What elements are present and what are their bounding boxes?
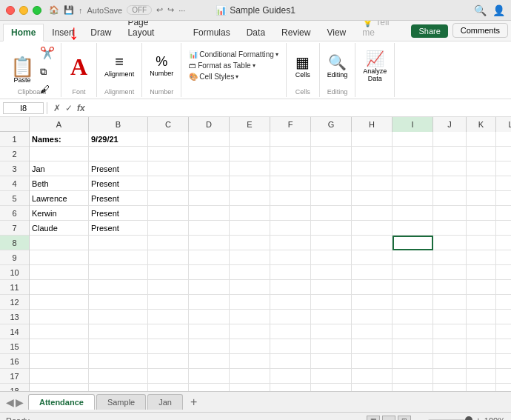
cell-E3[interactable] [230, 161, 270, 176]
cell-F14[interactable] [270, 324, 311, 339]
cell-B14[interactable] [89, 324, 148, 339]
cell-E16[interactable] [230, 354, 270, 369]
cell-B8[interactable] [89, 236, 148, 250]
number-button[interactable]: % Number [147, 52, 176, 79]
col-header-c[interactable]: C [148, 117, 189, 132]
cell-L3[interactable] [496, 161, 511, 176]
col-header-h[interactable]: H [352, 117, 393, 132]
col-header-b[interactable]: B [89, 117, 148, 132]
cell-G16[interactable] [311, 354, 352, 369]
cell-B12[interactable] [89, 295, 148, 310]
cell-I16[interactable] [393, 354, 433, 369]
cell-D11[interactable] [189, 280, 230, 295]
cell-D17[interactable] [189, 369, 230, 384]
cell-J3[interactable] [433, 161, 467, 176]
cell-K10[interactable] [467, 265, 496, 280]
cell-J12[interactable] [433, 295, 467, 310]
more-icon[interactable]: ··· [178, 6, 185, 15]
row-header-16[interactable]: 16 [0, 354, 29, 369]
cell-L2[interactable] [496, 147, 511, 161]
cell-D14[interactable] [189, 324, 230, 339]
cell-G18[interactable] [311, 384, 352, 391]
sheet-tab-sample[interactable]: Sample [96, 394, 146, 410]
cell-H8[interactable] [352, 236, 393, 250]
cell-J15[interactable] [433, 339, 467, 354]
cell-F12[interactable] [270, 295, 311, 310]
zoom-in-button[interactable]: + [475, 415, 481, 421]
cell-H6[interactable] [352, 206, 393, 221]
cell-C9[interactable] [148, 250, 189, 265]
col-header-k[interactable]: K [467, 117, 496, 132]
cell-J8[interactable] [433, 236, 467, 250]
cell-B13[interactable] [89, 310, 148, 324]
cell-J1[interactable] [433, 132, 467, 147]
cell-F1[interactable] [270, 132, 311, 147]
cell-G6[interactable] [311, 206, 352, 221]
confirm-formula-icon[interactable]: ✓ [65, 103, 73, 113]
cell-H10[interactable] [352, 265, 393, 280]
cell-D9[interactable] [189, 250, 230, 265]
zoom-out-button[interactable]: − [418, 415, 424, 421]
cell-F11[interactable] [270, 280, 311, 295]
maximize-button[interactable] [33, 6, 41, 15]
cell-I6[interactable] [393, 206, 433, 221]
cell-A2[interactable] [30, 147, 89, 161]
cell-F3[interactable] [270, 161, 311, 176]
cell-E15[interactable] [230, 339, 270, 354]
cell-L18[interactable] [496, 384, 511, 391]
cell-C1[interactable] [148, 132, 189, 147]
cell-J2[interactable] [433, 147, 467, 161]
cell-J9[interactable] [433, 250, 467, 265]
cell-I5[interactable] [393, 191, 433, 206]
cell-E1[interactable] [230, 132, 270, 147]
cell-I3[interactable] [393, 161, 433, 176]
cell-A13[interactable] [30, 310, 89, 324]
cell-E8[interactable] [230, 236, 270, 250]
row-header-8[interactable]: 8 [0, 236, 29, 250]
row-header-10[interactable]: 10 [0, 265, 29, 280]
cell-H18[interactable] [352, 384, 393, 391]
format-as-table-button[interactable]: 🗃 Format as Table ▾ [186, 61, 281, 70]
cell-I15[interactable] [393, 339, 433, 354]
cell-I2[interactable] [393, 147, 433, 161]
cell-G10[interactable] [311, 265, 352, 280]
cell-C12[interactable] [148, 295, 189, 310]
cell-K11[interactable] [467, 280, 496, 295]
cell-K9[interactable] [467, 250, 496, 265]
cell-I1[interactable] [393, 132, 433, 147]
cell-G17[interactable] [311, 369, 352, 384]
cut-button[interactable]: ✂️ [39, 44, 56, 61]
cell-F10[interactable] [270, 265, 311, 280]
row-header-15[interactable]: 15 [0, 339, 29, 354]
cell-K1[interactable] [467, 132, 496, 147]
cell-I11[interactable] [393, 280, 433, 295]
cell-G3[interactable] [311, 161, 352, 176]
cell-G2[interactable] [311, 147, 352, 161]
cell-L1[interactable] [496, 132, 511, 147]
cell-C5[interactable] [148, 191, 189, 206]
cell-D6[interactable] [189, 206, 230, 221]
page-layout-view-button[interactable]: ▭ [382, 416, 395, 421]
cell-L17[interactable] [496, 369, 511, 384]
cell-D1[interactable] [189, 132, 230, 147]
cell-C6[interactable] [148, 206, 189, 221]
cell-F13[interactable] [270, 310, 311, 324]
cell-J14[interactable] [433, 324, 467, 339]
cell-E9[interactable] [230, 250, 270, 265]
formula-input[interactable] [91, 103, 508, 113]
cell-L7[interactable] [496, 221, 511, 236]
cell-H13[interactable] [352, 310, 393, 324]
cell-B9[interactable] [89, 250, 148, 265]
cell-K2[interactable] [467, 147, 496, 161]
tab-view[interactable]: View [318, 24, 354, 41]
row-header-2[interactable]: 2 [0, 147, 29, 161]
cell-J6[interactable] [433, 206, 467, 221]
alignment-button[interactable]: ≡ Alignment [101, 51, 137, 80]
row-header-1[interactable]: 1 [0, 132, 29, 147]
cell-E17[interactable] [230, 369, 270, 384]
cell-L11[interactable] [496, 280, 511, 295]
cell-A18[interactable] [30, 384, 89, 391]
tab-home[interactable]: Home [3, 24, 44, 41]
cell-C10[interactable] [148, 265, 189, 280]
tab-draw[interactable]: Draw [82, 24, 119, 41]
